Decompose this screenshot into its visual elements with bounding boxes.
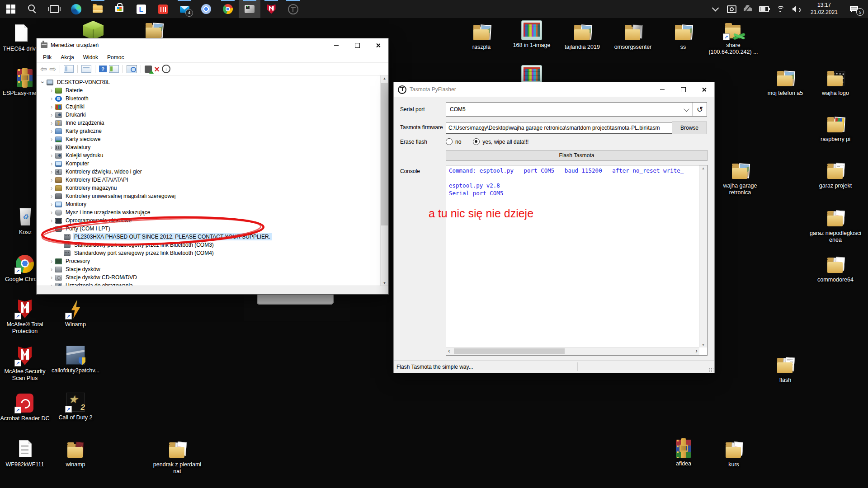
mail-icon-button[interactable]: 4 xyxy=(174,0,195,18)
tree-item[interactable]: Oprogramowanie układowe xyxy=(37,216,380,225)
action-center-button[interactable]: 5 xyxy=(844,0,864,18)
desktop-icon-afidea[interactable]: afidea xyxy=(663,438,704,467)
desktop-icon-acrobat-reader[interactable]: Acrobat Reader DC xyxy=(5,393,45,422)
desktop-icon-mcafee-total-protection[interactable]: McAfee® TotalProtection xyxy=(5,299,45,335)
tree-item[interactable]: Standardowy port szeregowy przez link Bl… xyxy=(37,249,380,257)
desktop-icon-wf982kwf111[interactable]: WF982kWF111 xyxy=(5,439,45,468)
minimize-button[interactable] xyxy=(326,38,347,52)
browse-button[interactable]: Browse xyxy=(672,122,707,134)
tree-item[interactable]: Stacje dysków CD-ROM/DVD xyxy=(37,273,380,282)
scrollbar-thumb[interactable] xyxy=(454,348,565,354)
cast-button[interactable] xyxy=(723,0,740,18)
tree-item[interactable]: Kolejki wydruku xyxy=(37,151,380,160)
erase-yes-radio[interactable] xyxy=(473,138,480,145)
edge-icon-button[interactable] xyxy=(65,0,87,18)
chevron-icon[interactable] xyxy=(48,177,55,183)
vertical-scrollbar[interactable] xyxy=(380,75,388,286)
onedrive-button[interactable] xyxy=(740,0,756,18)
desktop-icon-168-in-1-image[interactable]: 168 in 1-image xyxy=(511,20,552,49)
tree-item[interactable]: DESKTOP-VDNCR8L xyxy=(37,78,380,86)
task-view-button-button[interactable] xyxy=(43,0,65,18)
chevron-icon[interactable] xyxy=(48,217,55,224)
help-tool-icon[interactable] xyxy=(99,66,107,72)
mcafee-icon-button[interactable] xyxy=(260,0,282,18)
tasmota-flasher-icon-button[interactable] xyxy=(239,0,260,18)
desktop-icon-garaz-projekt[interactable]: garaz projekt xyxy=(815,160,856,189)
firmware-path-input[interactable]: C:\Users\macgy\Desktop\wajha garage retr… xyxy=(446,122,673,134)
chevron-icon[interactable] xyxy=(48,266,55,272)
desktop-icon-call-of-duty-2[interactable]: Call of Duty 2 xyxy=(55,392,96,421)
tree-item[interactable]: Karty sieciowe xyxy=(37,135,380,143)
tasmota-pyflasher-window[interactable]: Tasmota PyFlasher Serial port COM5 Tasmo… xyxy=(393,82,715,373)
tree-item[interactable]: Standardowy port szeregowy przez link Bl… xyxy=(37,241,380,249)
desktop-icon-garaz-niepodleglosci[interactable]: garaz niepodlegloscienea xyxy=(815,208,856,244)
tree-item[interactable]: Kontrolery IDE ATA/ATAPI xyxy=(37,176,380,184)
desktop-icon-flash[interactable]: flash xyxy=(765,355,806,384)
chevron-icon[interactable] xyxy=(48,258,55,264)
file-explorer-icon-button[interactable] xyxy=(87,0,108,18)
console-vertical-scrollbar[interactable] xyxy=(699,165,707,347)
tree-item[interactable]: Procesory xyxy=(37,257,380,265)
menu-pomoc[interactable]: Pomoc xyxy=(103,53,128,62)
chevron-icon[interactable] xyxy=(48,274,55,281)
desktop-icon-thec64-drive[interactable]: THEC64-drive xyxy=(0,23,41,52)
tree-item[interactable]: Kontrolery uniwersalnej magistrali szere… xyxy=(37,192,380,200)
desktop-icon-winamp-folder[interactable]: winamp xyxy=(55,439,96,468)
desktop-icon-raspberry-pi[interactable]: raspberry pi xyxy=(815,114,856,143)
battery-button[interactable] xyxy=(756,0,772,18)
chevron-icon[interactable] xyxy=(48,87,55,94)
device-manager-window[interactable]: Menedżer urządzeń PlikAkcjaWidokPomoc DE… xyxy=(36,38,389,295)
tree-item[interactable]: Bluetooth xyxy=(37,94,380,103)
resize-grip-icon[interactable] xyxy=(709,367,713,372)
properties-tool-icon[interactable] xyxy=(81,65,91,73)
chevron-icon[interactable] xyxy=(48,185,55,191)
chevron-icon[interactable] xyxy=(48,169,55,175)
desktop-icon-commodore64[interactable]: commodore64 xyxy=(815,254,856,283)
desktop-icon-ss[interactable]: ss xyxy=(663,22,703,51)
tree-item[interactable]: Kontrolery magazynu xyxy=(37,184,380,192)
chevron-icon[interactable] xyxy=(48,103,55,110)
tree-item[interactable]: Mysz i inne urządzenia wskazujące xyxy=(37,208,380,216)
tree-item[interactable]: Stacje dysków xyxy=(37,265,380,273)
tree-item[interactable]: Komputer xyxy=(37,160,380,168)
chevron-icon[interactable] xyxy=(48,112,55,118)
tasmota-titlebar[interactable]: Tasmota PyFlasher xyxy=(394,82,714,97)
erase-no-radio[interactable] xyxy=(446,138,453,145)
desktop-icon-pendrak[interactable]: pendrak z pierdaminat xyxy=(157,439,198,475)
desktop-icon-callofduty2patch[interactable]: callofduty2patchv... xyxy=(55,345,96,374)
flash-tasmota-button[interactable]: Flash Tasmota xyxy=(446,150,708,161)
chevron-icon[interactable] xyxy=(48,193,55,199)
menu-widok[interactable]: Widok xyxy=(79,53,103,62)
maximize-button[interactable] xyxy=(347,38,368,52)
desktop-icon-tajlandia-2019[interactable]: tajlandia 2019 xyxy=(562,22,603,51)
desktop-icon-wajha-logo[interactable]: wajha logo xyxy=(815,68,856,97)
scan-tool-icon[interactable] xyxy=(127,65,137,73)
close-button[interactable] xyxy=(693,82,714,97)
chevron-icon[interactable] xyxy=(48,128,55,134)
disable-tool-icon[interactable] xyxy=(162,65,170,73)
chevron-icon[interactable] xyxy=(48,95,55,102)
desktop-icon-raszpla[interactable]: raszpla xyxy=(461,22,502,51)
desktop-icon-winamp-app[interactable]: Winamp xyxy=(55,299,96,328)
tray-expand-button[interactable] xyxy=(707,0,723,18)
tree-item[interactable]: Monitory xyxy=(37,200,380,208)
chevron-icon[interactable] xyxy=(48,160,55,167)
menu-akcja[interactable]: Akcja xyxy=(56,53,78,62)
panel2-tool-icon[interactable] xyxy=(109,65,119,73)
desktop-icon-omsorgssenter[interactable]: omsorgssenter xyxy=(613,22,653,51)
tree-item[interactable]: Klawiatury xyxy=(37,143,380,151)
forward-tool-icon[interactable] xyxy=(49,64,56,74)
uninstall-tool-icon[interactable] xyxy=(154,66,160,72)
search-button-button[interactable] xyxy=(22,0,43,18)
minimize-button[interactable] xyxy=(652,82,673,97)
desktop-icon-share[interactable]: share(100.64.200.242) ... xyxy=(713,20,754,56)
menu-plik[interactable]: Plik xyxy=(38,53,56,62)
red-app-icon-button[interactable] xyxy=(152,0,174,18)
maximize-button[interactable] xyxy=(673,82,693,97)
tree-item[interactable]: Karty graficzne xyxy=(37,127,380,135)
tree-item[interactable]: Porty (COM i LPT) xyxy=(37,225,380,233)
clock[interactable]: 13:17 21.02.2021 xyxy=(805,0,844,18)
back-tool-icon[interactable] xyxy=(40,64,47,74)
start-button-button[interactable] xyxy=(0,0,22,18)
close-button[interactable] xyxy=(368,38,388,52)
